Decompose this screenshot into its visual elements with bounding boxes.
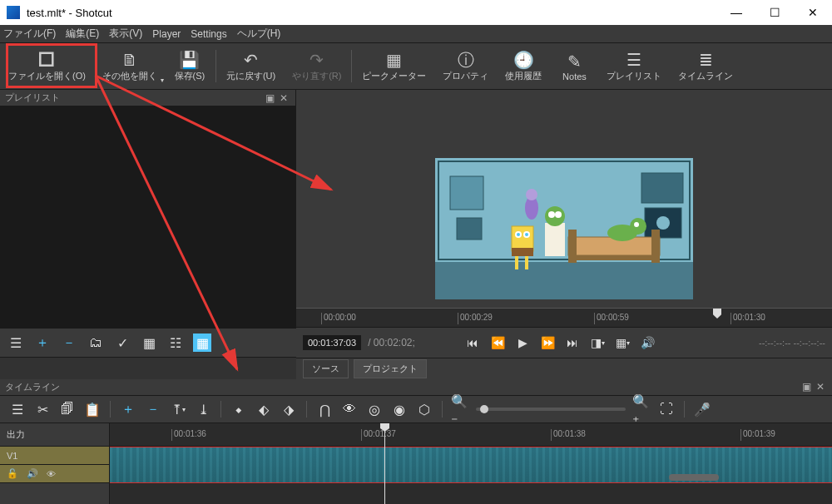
maximize-button[interactable]: ☐ xyxy=(755,0,794,25)
preview-canvas[interactable] xyxy=(296,90,832,308)
save-button[interactable]: 💾 保存(S) xyxy=(166,43,214,89)
cut-button[interactable]: ✂ xyxy=(33,400,52,418)
history-button[interactable]: 🕘 使用履歴 xyxy=(497,43,550,89)
svg-point-17 xyxy=(548,211,555,218)
copy-button[interactable]: 🗐 xyxy=(58,400,77,418)
zoom-mode-button[interactable]: ◨▾ xyxy=(588,334,607,352)
timeline-ruler[interactable]: 00:01:36 00:01:37 00:01:38 00:01:39 xyxy=(110,423,832,447)
ruler-tick: 00:00:29 xyxy=(458,313,493,324)
prev-marker-button[interactable]: ⬖ xyxy=(255,400,273,418)
menu-edit[interactable]: 編集(E) xyxy=(66,27,99,41)
timeline-menu-button[interactable]: ☰ xyxy=(8,400,27,418)
overwrite-button[interactable]: ⤓ xyxy=(194,400,212,418)
zoom-in-button[interactable]: 🔍₊ xyxy=(632,400,651,418)
record-button[interactable]: 🎤 xyxy=(693,400,711,418)
open-file-button[interactable]: 🞏 ファイルを開く(O) xyxy=(0,43,94,89)
preview-ruler[interactable]: 00:00:00 00:00:29 00:00:59 00:01:30 xyxy=(296,308,832,328)
grid-button[interactable]: ▦▾ xyxy=(613,334,631,352)
next-marker-button[interactable]: ⬗ xyxy=(280,400,298,418)
history-icon: 🕘 xyxy=(513,50,534,70)
menu-player[interactable]: Player xyxy=(152,28,181,40)
forward-button[interactable]: ⏩ xyxy=(538,334,557,352)
ripple-all-button[interactable]: ◉ xyxy=(390,400,409,418)
playlist-files-button[interactable]: 🗂 xyxy=(87,334,105,352)
peak-meter-button[interactable]: ▦ ピークメーター xyxy=(354,43,434,89)
timeline-playhead[interactable] xyxy=(384,423,385,504)
svg-rect-25 xyxy=(515,256,518,269)
skip-start-button[interactable]: ⏮ xyxy=(463,334,482,352)
hide-icon[interactable]: 👁 xyxy=(47,469,56,479)
position-time[interactable]: 00:01:37:03 xyxy=(303,335,361,350)
panel-popout-button[interactable]: ▣ xyxy=(263,92,277,104)
playlist-body[interactable] xyxy=(0,106,295,328)
playlist-add-button[interactable]: ＋ xyxy=(33,334,52,352)
menu-file[interactable]: ファイル(F) xyxy=(3,27,56,41)
track-headers: 出力 V1 🔓 🔊 👁 xyxy=(0,423,110,504)
snap-button[interactable]: ⋂ xyxy=(315,400,334,418)
menu-view[interactable]: 表示(V) xyxy=(109,27,142,41)
svg-rect-26 xyxy=(525,256,528,269)
playlist-detail-button[interactable]: ☷ xyxy=(166,334,185,352)
rewind-button[interactable]: ⏪ xyxy=(488,334,507,352)
panel-close-button[interactable]: ✕ xyxy=(277,92,290,104)
redo-button[interactable]: ↷ やり直す(R) xyxy=(284,43,349,89)
volume-button[interactable]: 🔊 xyxy=(638,334,656,352)
ruler-tick: 00:00:00 xyxy=(321,313,356,324)
timeline-close-button[interactable]: ✕ xyxy=(814,381,827,393)
zoom-slider[interactable] xyxy=(476,408,626,411)
open-other-button[interactable]: 🗎 その他を開く ▾ xyxy=(94,43,166,89)
notes-button[interactable]: ✎ Notes xyxy=(550,43,598,89)
close-button[interactable]: ✕ xyxy=(794,0,832,25)
playlist-icon: ☰ xyxy=(626,50,641,70)
video-clip[interactable] xyxy=(110,447,832,483)
playlist-button[interactable]: ☰ プレイリスト xyxy=(598,43,670,89)
mute-icon[interactable]: 🔊 xyxy=(27,468,38,479)
ruler-tick: 00:01:30 xyxy=(730,313,765,324)
append-button[interactable]: ＋ xyxy=(119,400,137,418)
notes-icon: ✎ xyxy=(567,52,582,72)
paste-button[interactable]: 📋 xyxy=(83,400,102,418)
track-header-v1[interactable]: V1 xyxy=(0,447,109,465)
play-button[interactable]: ▶ xyxy=(513,334,532,352)
marker-button[interactable]: ⬥ xyxy=(230,400,248,418)
playlist-menu-button[interactable]: ☰ xyxy=(7,334,25,352)
undo-button[interactable]: ↶ 元に戻す(U) xyxy=(218,43,284,89)
svg-point-16 xyxy=(545,206,565,226)
playbar: 00:01:37:03 / 00:02:02; ⏮ ⏪ ▶ ⏩ ⏭ ◨▾ ▦▾ … xyxy=(296,328,832,358)
playlist-check-button[interactable]: ✓ xyxy=(113,334,131,352)
timeline-button[interactable]: ≣ タイムライン xyxy=(670,43,741,89)
svg-rect-4 xyxy=(457,218,482,240)
svg-point-18 xyxy=(555,211,562,218)
svg-point-28 xyxy=(526,189,537,200)
track-area[interactable]: 00:01:36 00:01:37 00:01:38 00:01:39 xyxy=(110,423,832,504)
playlist-grid-button[interactable]: ▦ xyxy=(193,334,211,352)
timeline-popout-button[interactable]: ▣ xyxy=(800,381,814,393)
zoom-out-button[interactable]: 🔍₋ xyxy=(451,400,469,418)
playlist-list-button[interactable]: ▦ xyxy=(140,334,158,352)
properties-button[interactable]: ⓘ プロパティ xyxy=(434,43,497,89)
scrub-button[interactable]: 👁 xyxy=(340,400,359,418)
timeline-body: 出力 V1 🔓 🔊 👁 00:01:36 00:01:37 00:01:38 0… xyxy=(0,423,832,504)
svg-point-14 xyxy=(634,222,639,227)
ripple-markers-button[interactable]: ⬡ xyxy=(415,400,433,418)
lock-icon[interactable]: 🔓 xyxy=(7,468,18,479)
duration-label: / 00:02:02; xyxy=(368,337,415,348)
source-tab[interactable]: ソース xyxy=(303,359,349,378)
menu-help[interactable]: ヘルプ(H) xyxy=(237,27,281,41)
zoom-fit-button[interactable]: ⛶ xyxy=(657,400,676,418)
scrollbar-thumb[interactable] xyxy=(669,474,719,481)
project-tab[interactable]: プロジェクト xyxy=(354,359,427,378)
timeline-panel-title: タイムライン xyxy=(5,381,60,393)
ripple-button[interactable]: ◎ xyxy=(365,400,384,418)
svg-rect-10 xyxy=(568,230,577,263)
output-header[interactable]: 出力 xyxy=(0,423,109,447)
preview-frame xyxy=(435,158,693,299)
preview-playhead[interactable] xyxy=(713,309,721,319)
skip-end-button[interactable]: ⏭ xyxy=(563,334,582,352)
playlist-remove-button[interactable]: － xyxy=(60,334,78,352)
window-title: test.mlt* - Shotcut xyxy=(27,7,112,19)
delete-button[interactable]: － xyxy=(144,400,162,418)
menu-settings[interactable]: Settings xyxy=(191,28,226,40)
minimize-button[interactable]: ― xyxy=(717,0,755,25)
lift-button[interactable]: ⤒▾ xyxy=(169,400,187,418)
